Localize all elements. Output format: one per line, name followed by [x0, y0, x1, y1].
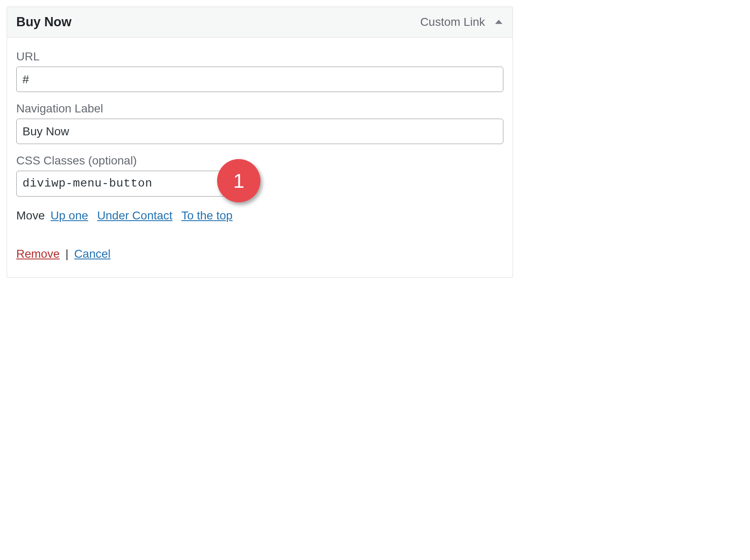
css-classes-row: 1	[16, 171, 229, 196]
move-under-link[interactable]: Under Contact	[97, 209, 172, 222]
css-classes-field-group: CSS Classes (optional) 1	[16, 154, 503, 196]
navigation-label-field-group: Navigation Label	[16, 102, 503, 144]
action-row: Remove | Cancel	[16, 247, 503, 261]
move-prefix: Move	[16, 209, 45, 222]
menu-item-type: Custom Link	[420, 15, 485, 29]
menu-item-header[interactable]: Buy Now Custom Link	[7, 7, 512, 37]
css-classes-input[interactable]	[16, 171, 229, 196]
move-up-one-link[interactable]: Up one	[50, 209, 88, 222]
navigation-label-input[interactable]	[16, 119, 503, 144]
annotation-badge-1: 1	[217, 159, 260, 202]
collapse-toggle-icon[interactable]	[494, 17, 503, 27]
action-separator: |	[65, 247, 68, 260]
menu-item-title: Buy Now	[16, 15, 72, 30]
menu-item-type-wrap: Custom Link	[420, 15, 503, 29]
move-to-top-link[interactable]: To the top	[181, 209, 232, 222]
remove-link[interactable]: Remove	[16, 247, 60, 260]
navigation-label-label: Navigation Label	[16, 102, 503, 115]
move-row: Move Up one Under Contact To the top	[16, 209, 503, 222]
css-classes-label: CSS Classes (optional)	[16, 154, 503, 167]
url-label: URL	[16, 50, 503, 63]
cancel-link[interactable]: Cancel	[74, 247, 110, 260]
menu-item-body: URL Navigation Label CSS Classes (option…	[7, 37, 512, 277]
url-input[interactable]	[16, 67, 503, 92]
url-field-group: URL	[16, 50, 503, 92]
menu-item-card: Buy Now Custom Link URL Navigation Label…	[7, 7, 513, 278]
